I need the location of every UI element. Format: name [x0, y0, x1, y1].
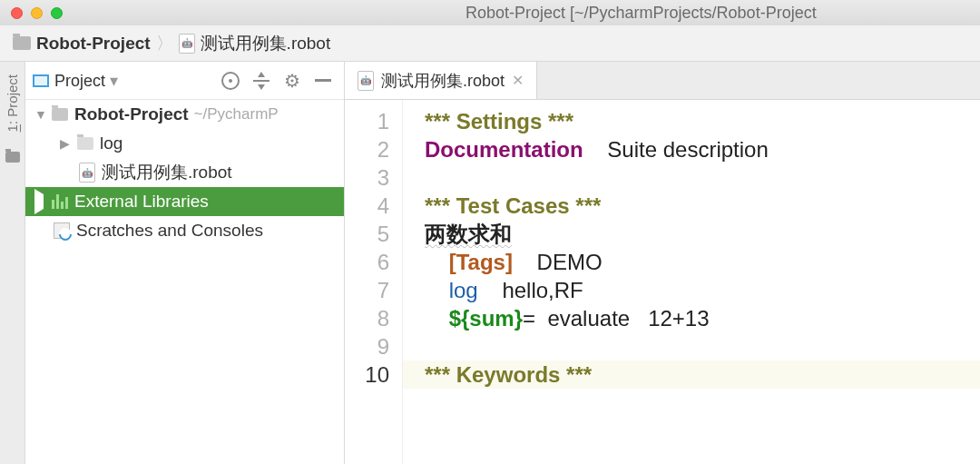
code-token: 两数求和 [425, 222, 512, 246]
tree-label: Robot-Project [74, 104, 189, 124]
tree-item-scratches[interactable]: Scratches and Consoles [25, 216, 344, 245]
line-number: 7 [345, 276, 389, 304]
library-icon [52, 194, 68, 209]
line-number: 1 [345, 107, 389, 135]
line-number: 6 [345, 248, 389, 276]
code-token: *** Test Cases *** [425, 193, 601, 218]
line-number: 5 [345, 220, 389, 248]
tab-label: 测试用例集.robot [381, 70, 505, 92]
tree-label: 测试用例集.robot [102, 161, 232, 184]
project-tree: ▼ Robot-Project ~/PycharmP ▶ log 测试用例集.r… [25, 100, 344, 245]
project-tool-button[interactable]: 1: Project [5, 69, 20, 137]
robot-file-icon [179, 34, 195, 54]
project-sidebar: Project ▾ ▼ Robot-Project ~/PycharmP ▶ l… [25, 62, 345, 464]
code-token: sum [469, 306, 514, 331]
zoom-window-button[interactable] [51, 7, 63, 19]
close-icon[interactable]: ✕ [512, 72, 524, 89]
code-token: ${ [449, 306, 470, 331]
code-token: Documentation [425, 137, 583, 162]
robot-file-icon [358, 71, 374, 91]
line-number: 8 [345, 304, 389, 332]
code-token: DEMO [513, 250, 603, 274]
tree-label: log [100, 133, 122, 153]
expand-arrow-icon[interactable]: ▶ [60, 136, 71, 151]
code-token: [Tags] [449, 250, 513, 274]
line-gutter: 1 2 3 4 5 6 7 8 9 10 [345, 100, 403, 464]
sidebar-header: Project ▾ [25, 62, 344, 100]
code-token [425, 306, 449, 331]
editor-tabs: 测试用例集.robot ✕ [345, 62, 980, 100]
line-number: 3 [345, 163, 389, 192]
tree-label: External Libraries [74, 192, 209, 212]
editor-area: 测试用例集.robot ✕ 1 2 3 4 5 6 7 8 9 10 *** S… [345, 62, 980, 464]
code-token: Suite description [583, 137, 769, 162]
code-token [425, 250, 449, 274]
minimize-window-button[interactable] [31, 7, 43, 19]
settings-button[interactable] [279, 67, 306, 94]
code-token: } [514, 306, 523, 331]
line-number: 10 [345, 360, 389, 389]
tree-item-external-libraries[interactable]: External Libraries [25, 187, 344, 216]
code-token: hello,RF [478, 278, 583, 302]
code-editor[interactable]: 1 2 3 4 5 6 7 8 9 10 *** Settings *** Do… [345, 100, 980, 464]
sidebar-title[interactable]: Project ▾ [54, 71, 118, 91]
line-number: 2 [345, 135, 389, 163]
tool-window-bar: 1: Project [0, 62, 25, 464]
hide-button[interactable] [309, 67, 337, 94]
code-token: *** Settings *** [425, 109, 573, 133]
breadcrumb-project[interactable]: Robot-Project [36, 34, 151, 54]
code-token [425, 278, 449, 302]
collapse-button[interactable] [248, 67, 275, 94]
breadcrumb-separator-icon: 〉 [156, 32, 173, 55]
window-controls [11, 7, 63, 19]
tree-label: Scratches and Consoles [76, 221, 263, 241]
code-token: = evaluate 12+13 [523, 306, 710, 331]
tab-active[interactable]: 测试用例集.robot ✕ [345, 62, 537, 99]
expand-arrow-icon[interactable] [34, 194, 45, 209]
line-number: 9 [345, 332, 389, 360]
window-title: Robot-Project [~/PycharmProjects/Robot-P… [466, 4, 956, 23]
tree-item-file[interactable]: 测试用例集.robot [25, 158, 344, 187]
locate-button[interactable] [217, 67, 244, 94]
code-token: log [449, 278, 478, 302]
folder-icon [52, 108, 68, 121]
tree-root[interactable]: ▼ Robot-Project ~/PycharmP [25, 100, 344, 129]
scratches-icon [54, 222, 70, 239]
expand-arrow-icon[interactable]: ▼ [34, 107, 45, 122]
breadcrumb: Robot-Project 〉 测试用例集.robot [0, 25, 980, 62]
breadcrumb-file[interactable]: 测试用例集.robot [201, 32, 331, 55]
project-view-icon [33, 74, 49, 87]
title-bar: Robot-Project [~/PycharmProjects/Robot-P… [0, 0, 980, 25]
close-window-button[interactable] [11, 7, 23, 19]
tree-item-log[interactable]: ▶ log [25, 129, 344, 158]
line-number: 4 [345, 192, 389, 220]
tree-path: ~/PycharmP [194, 105, 279, 123]
folder-icon [77, 137, 93, 150]
folder-icon [13, 36, 31, 50]
code-content[interactable]: *** Settings *** Documentation Suite des… [403, 100, 980, 464]
code-token: *** Keywords *** [425, 362, 592, 387]
structure-tool-icon[interactable] [5, 152, 20, 163]
robot-file-icon [79, 163, 95, 183]
